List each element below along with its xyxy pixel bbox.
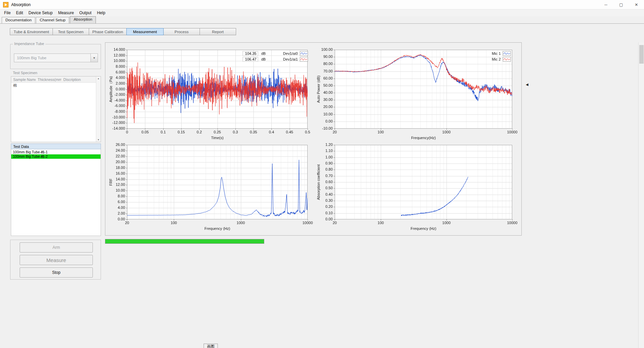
menu-help[interactable]: Help [94,10,108,16]
labview-app-icon [3,2,8,7]
tab-channel-setup[interactable]: Channel Setup [36,17,69,23]
ai0-level-readout: 104.35 dB [243,51,266,56]
maximize-button[interactable]: ▢ [614,0,629,9]
specimen-table-scrollbar[interactable]: ▲ ▼ [96,77,101,142]
subtab-test-specimen[interactable]: Test Specimen [53,28,89,35]
scroll-up-icon[interactable]: ▲ [98,78,100,80]
impedance-tube-group: Impendance Tube 100mm Big Tube ▼ [10,44,101,69]
progress-fill [105,239,264,243]
tab-frame-line [0,23,644,24]
menu-output[interactable]: Output [77,10,94,16]
test-data-header-label: Test Data [13,145,29,149]
col-sample-name: Sample Name [11,78,36,82]
mic-2-plot-icon[interactable] [503,57,511,62]
legend-mic-2[interactable]: Mic 2 [480,57,511,62]
scroll-down-icon[interactable]: ▼ [98,139,100,141]
subtab-report[interactable]: Report [200,28,236,35]
ai0-level-unit: dB [261,51,266,56]
legend-mic-1[interactable]: Mic 1 [480,51,511,56]
main-tab-strip: Documentation Channel Setup Absorption [2,16,97,23]
test-specimen-header-row: Sample Name Thickness(mm) Discription [11,77,101,83]
test-specimen-table: Sample Name Thickness(mm) Discription 棉 … [11,76,101,142]
ai0-level-value: 104.35 [243,51,258,56]
sub-tab-strip: Tube & Environment Test Specimen Phase C… [10,28,236,35]
legend-dev1-ai0[interactable]: Dev1/ai0 [275,51,308,56]
frf-chart [107,141,313,234]
vertical-scrollbar[interactable] [638,42,644,348]
chart-panel: 104.35 dB 106.47 dB Dev1/ai0 Dev1/ai1 Mi… [105,42,522,236]
test-specimen-label: Test Specimen [13,71,37,75]
legend-dev1-ai1[interactable]: Dev1/ai1 [275,57,308,62]
table-row[interactable]: 棉 [11,83,101,88]
menu-file[interactable]: File [1,10,13,16]
menu-bar: File Edit Device Setup Measure Output He… [0,9,644,16]
test-data-list: 100mm Big Tube-棉-1 100mm Big Tube-棉-2 [11,149,101,236]
minimize-button[interactable]: ─ [598,0,614,9]
subtab-phase-calibration[interactable]: Phase Calibration [89,28,127,35]
ai1-level-unit: dB [261,57,266,61]
close-button[interactable]: ✕ [629,0,644,9]
arm-button[interactable]: Arm [20,242,93,253]
legend-mic-2-label: Mic 2 [480,57,501,61]
tab-absorption[interactable]: Absorption [70,16,96,23]
col-discription: Discription [61,78,96,82]
ai1-level-readout: 106.47 dB [243,57,266,62]
legend-mic-1-label: Mic 1 [480,51,501,56]
impedance-tube-group-label: Impendance Tube [13,42,45,46]
pane-collapse-arrow-icon[interactable]: ◀ [526,83,528,86]
list-item-test-data-2-selected[interactable]: 100mm Big Tube-棉-2 [11,154,101,159]
app-window: Absorption ─ ▢ ✕ File Edit Device Setup … [0,0,644,348]
subtab-process[interactable]: Process [163,28,200,35]
test-data-header: Test Data [11,144,101,149]
list-item-test-data-1[interactable]: 100mm Big Tube-棉-1 [11,150,101,154]
scrollbar-thumb[interactable] [639,45,644,64]
col-thickness: Thickness(mm) [36,78,61,82]
subtab-measurement[interactable]: Measurement [126,28,164,35]
menu-device-setup[interactable]: Device Setup [26,10,55,16]
impedance-tube-dropdown[interactable]: 100mm Big Tube ▼ [14,53,98,62]
measurement-progress-bar [105,239,264,244]
dev1-ai1-plot-icon[interactable] [300,57,308,62]
menu-measure[interactable]: Measure [55,10,77,16]
window-controls: ─ ▢ ✕ [598,0,644,9]
mic-1-plot-icon[interactable] [503,51,511,56]
legend-dev1-ai0-label: Dev1/ai0 [275,51,298,56]
control-button-panel: Arm Measure Stop [10,240,101,280]
measure-button[interactable]: Measure [20,255,93,265]
bottom-tab-drawing[interactable]: 画图 [204,344,218,348]
tab-documentation[interactable]: Documentation [2,17,35,23]
legend-dev1-ai1-label: Dev1/ai1 [275,57,298,61]
absorption-coefficient-chart [314,141,518,234]
title-bar: Absorption ─ ▢ ✕ [0,0,644,9]
stop-button[interactable]: Stop [20,267,93,278]
impedance-tube-dropdown-value: 100mm Big Tube [14,53,90,62]
ai1-level-value: 106.47 [243,57,258,62]
cell-sample-name: 棉 [11,83,36,88]
menu-edit[interactable]: Edit [13,10,26,16]
window-title: Absorption [11,2,30,7]
dropdown-arrow-icon[interactable]: ▼ [90,53,98,62]
subtab-tube-environment[interactable]: Tube & Environment [10,28,53,35]
dev1-ai0-plot-icon[interactable] [300,51,308,56]
